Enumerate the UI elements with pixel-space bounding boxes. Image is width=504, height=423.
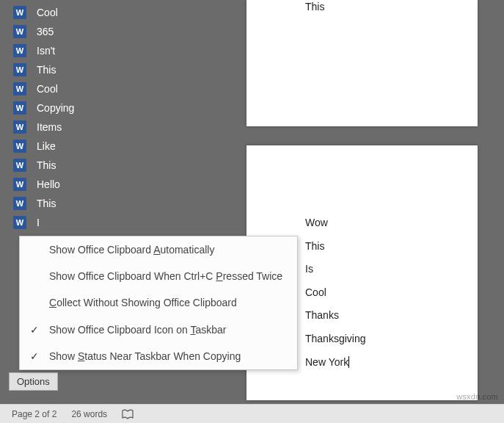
clipboard-item[interactable]: W This (0, 194, 220, 213)
svg-text:W: W (16, 161, 24, 170)
clipboard-item[interactable]: W Isn't (0, 41, 220, 60)
watermark: wsxdn.com (456, 392, 498, 401)
option-collect-without-showing[interactable]: Collect Without Showing Office Clipboard (20, 289, 297, 316)
clipboard-item-text: 365 (37, 26, 54, 37)
paragraph: Thanks (305, 308, 419, 323)
paragraph: This (305, 0, 419, 15)
paragraph: Thanksgiving (305, 332, 419, 347)
svg-text:W: W (16, 27, 24, 36)
paragraph: Cool (305, 286, 419, 300)
word-icon: W (13, 82, 26, 95)
word-icon: W (13, 197, 26, 210)
word-icon: W (13, 178, 26, 191)
clipboard-item[interactable]: W 365 (0, 22, 220, 41)
paragraph: Is (305, 262, 419, 277)
clipboard-item[interactable]: W Items (0, 118, 220, 137)
reading-view-icon[interactable] (122, 409, 134, 419)
check-icon: ✓ (30, 323, 39, 336)
svg-text:W: W (16, 142, 24, 151)
word-icon: W (13, 25, 26, 38)
clipboard-item-text: I (37, 217, 40, 228)
clipboard-item[interactable]: W This (0, 156, 220, 175)
clipboard-item-text: This (37, 198, 56, 209)
word-icon: W (13, 216, 26, 229)
svg-text:W: W (16, 8, 24, 17)
option-show-automatically[interactable]: Show Office Clipboard Automatically (20, 236, 297, 263)
clipboard-item-text: Cool (37, 83, 58, 95)
word-icon: W (13, 6, 26, 19)
clipboard-options-menu: Show Office Clipboard Automatically Show… (19, 236, 298, 370)
word-icon: W (13, 120, 26, 134)
svg-text:W: W (16, 180, 24, 189)
svg-text:W: W (16, 104, 24, 112)
clipboard-item[interactable]: W Like (0, 137, 220, 156)
clipboard-item-text: Copying (37, 102, 74, 114)
svg-text:W: W (16, 123, 24, 131)
menu-item-label: Show Status Near Taskbar When Copying (49, 350, 241, 362)
paragraph: This (305, 239, 419, 254)
menu-item-label: Collect Without Showing Office Clipboard (49, 297, 237, 308)
svg-text:W: W (16, 65, 24, 74)
paragraph: Wow (305, 216, 419, 231)
clipboard-item-text: Items (37, 121, 62, 133)
clipboard-item[interactable]: W I (0, 213, 220, 232)
status-bar: Page 2 of 2 26 words (0, 404, 504, 423)
option-show-icon-taskbar[interactable]: ✓ Show Office Clipboard Icon on Taskbar (20, 317, 297, 343)
clipboard-item-text: Like (37, 140, 56, 152)
option-show-ctrl-c-twice[interactable]: Show Office Clipboard When Ctrl+C Presse… (20, 263, 297, 289)
clipboard-item-text: Hello (37, 178, 60, 190)
clipboard-item[interactable]: W Cool (0, 3, 220, 22)
word-icon: W (13, 44, 26, 57)
svg-text:W: W (16, 84, 24, 93)
clipboard-options-button[interactable]: Options (9, 372, 58, 391)
word-icon: W (13, 140, 26, 153)
word-icon: W (13, 63, 26, 76)
svg-text:W: W (16, 199, 24, 208)
text-cursor (348, 356, 349, 368)
clipboard-item-text: This (37, 64, 56, 76)
clipboard-item[interactable]: W Copying (0, 98, 220, 118)
option-show-status-taskbar[interactable]: ✓ Show Status Near Taskbar When Copying (20, 343, 297, 369)
clipboard-item[interactable]: W This (0, 60, 220, 79)
check-icon: ✓ (30, 350, 39, 363)
svg-text:W: W (16, 218, 24, 227)
menu-item-label: Show Office Clipboard When Ctrl+C Presse… (49, 270, 282, 282)
clipboard-item-text: This (37, 159, 56, 171)
word-icon: W (13, 159, 26, 172)
clipboard-item-text: Cool (37, 7, 58, 18)
menu-item-label: Show Office Clipboard Icon on Taskbar (49, 324, 227, 336)
clipboard-item-text: Isn't (37, 45, 55, 57)
word-icon: W (13, 101, 26, 115)
status-page-indicator[interactable]: Page 2 of 2 (12, 409, 56, 419)
menu-item-label: Show Office Clipboard Automatically (49, 244, 214, 256)
clipboard-item[interactable]: W Cool (0, 79, 220, 98)
document-page-1[interactable]: This (246, 0, 478, 126)
clipboard-list: W Cool W 365 W Isn't W This W Cool W Cop… (0, 0, 220, 235)
status-word-count[interactable]: 26 words (71, 409, 107, 419)
clipboard-item[interactable]: W Hello (0, 175, 220, 194)
paragraph: New York (305, 355, 419, 370)
svg-text:W: W (16, 46, 24, 55)
